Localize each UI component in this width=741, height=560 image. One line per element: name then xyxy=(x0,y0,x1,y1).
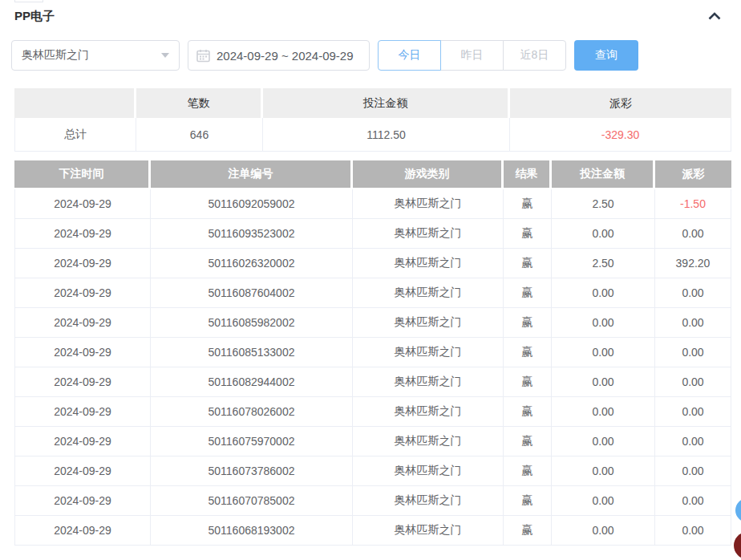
summary-table: 笔数 投注金额 派彩 总计 646 1112.50 -329.30 xyxy=(14,88,731,152)
fab-blue-button[interactable] xyxy=(735,498,741,522)
cell-result: 赢 xyxy=(504,427,552,457)
game-select-value: 奥林匹斯之门 xyxy=(22,48,89,63)
cell-order-no: 50116068193002 xyxy=(151,516,353,546)
search-button[interactable]: 查询 xyxy=(574,40,638,71)
cell-bet-time: 2024-09-29 xyxy=(14,367,151,397)
summary-total-payout: -329.30 xyxy=(510,118,731,152)
summary-header-row: 笔数 投注金额 派彩 xyxy=(14,88,731,118)
panel-header: PP电子 xyxy=(14,6,731,26)
cell-bet-amount: 0.00 xyxy=(552,308,655,338)
page-title: PP电子 xyxy=(14,9,55,24)
cell-order-no: 50116085133002 xyxy=(151,338,353,367)
cell-game-category: 奥林匹斯之门 xyxy=(353,219,504,249)
cell-payout: 0.00 xyxy=(655,427,731,457)
cell-order-no: 50116026320002 xyxy=(151,249,353,278)
cell-order-no: 50116082944002 xyxy=(151,367,353,397)
cell-result: 赢 xyxy=(504,457,552,486)
date-range-picker[interactable]: 2024-09-29 ~ 2024-09-29 xyxy=(188,40,370,71)
today-button[interactable]: 今日 xyxy=(378,40,441,71)
cell-bet-time: 2024-09-29 xyxy=(14,516,151,546)
filter-bar: 奥林匹斯之门 2024-09-29 ~ 2024-09-29 今日 昨日 近8日… xyxy=(11,40,638,71)
table-row: 2024-09-29 50116075970002 奥林匹斯之门 赢 0.00 … xyxy=(14,427,731,457)
cell-order-no: 50116075970002 xyxy=(151,427,353,457)
cell-payout: 0.00 xyxy=(655,516,731,546)
cell-payout: -1.50 xyxy=(655,189,731,219)
cell-order-no: 50116073786002 xyxy=(151,457,353,486)
bets-header-row: 下注时间 注单编号 游戏类别 结果 投注金额 派彩 xyxy=(14,160,731,189)
yesterday-button[interactable]: 昨日 xyxy=(440,40,504,71)
cell-bet-time: 2024-09-29 xyxy=(14,308,151,338)
cell-result: 赢 xyxy=(504,486,552,516)
cell-payout: 0.00 xyxy=(655,278,731,308)
cell-game-category: 奥林匹斯之门 xyxy=(353,367,504,397)
table-row: 2024-09-29 50116082944002 奥林匹斯之门 赢 0.00 … xyxy=(14,367,731,397)
cell-bet-amount: 0.00 xyxy=(552,457,655,486)
cell-bet-time: 2024-09-29 xyxy=(14,427,151,457)
last-8-days-button[interactable]: 近8日 xyxy=(503,40,566,71)
cell-game-category: 奥林匹斯之门 xyxy=(353,397,504,427)
table-row: 2024-09-29 50116085133002 奥林匹斯之门 赢 0.00 … xyxy=(14,338,731,367)
fab-red-button[interactable] xyxy=(734,532,741,559)
table-row: 2024-09-29 50116073786002 奥林匹斯之门 赢 0.00 … xyxy=(14,457,731,486)
summary-total-label: 总计 xyxy=(14,118,136,152)
tab-remnant xyxy=(14,0,43,2)
cell-result: 赢 xyxy=(504,397,552,427)
header-result: 结果 xyxy=(504,160,552,189)
summary-total-row: 总计 646 1112.50 -329.30 xyxy=(14,118,731,152)
cell-order-no: 50116087604002 xyxy=(151,278,353,308)
header-payout: 派彩 xyxy=(655,160,731,189)
date-quick-buttons: 今日 昨日 近8日 xyxy=(378,40,566,71)
summary-total-count: 646 xyxy=(136,118,263,152)
cell-game-category: 奥林匹斯之门 xyxy=(353,278,504,308)
cell-bet-time: 2024-09-29 xyxy=(14,189,151,219)
pp-games-panel: PP电子 奥林匹斯之门 2024-09-29 ~ 2024-09-29 今日 昨… xyxy=(0,0,741,560)
cell-result: 赢 xyxy=(504,219,552,249)
table-row: 2024-09-29 50116092059002 奥林匹斯之门 赢 2.50 … xyxy=(14,189,731,219)
cell-bet-time: 2024-09-29 xyxy=(14,278,151,308)
cell-bet-amount: 0.00 xyxy=(552,367,655,397)
summary-header-payout: 派彩 xyxy=(510,88,731,118)
date-range-value: 2024-09-29 ~ 2024-09-29 xyxy=(217,49,354,63)
cell-bet-amount: 2.50 xyxy=(552,249,655,278)
cell-game-category: 奥林匹斯之门 xyxy=(353,427,504,457)
header-bet-amount: 投注金额 xyxy=(552,160,655,189)
cell-bet-time: 2024-09-29 xyxy=(14,219,151,249)
cell-order-no: 50116070785002 xyxy=(151,486,353,516)
bets-table: 下注时间 注单编号 游戏类别 结果 投注金额 派彩 2024-09-29 501… xyxy=(14,160,731,546)
cell-game-category: 奥林匹斯之门 xyxy=(353,249,504,278)
cell-bet-amount: 0.00 xyxy=(552,516,655,546)
cell-result: 赢 xyxy=(504,367,552,397)
cell-bet-amount: 0.00 xyxy=(552,397,655,427)
table-row: 2024-09-29 50116026320002 奥林匹斯之门 赢 2.50 … xyxy=(14,249,731,278)
cell-game-category: 奥林匹斯之门 xyxy=(353,516,504,546)
cell-payout: 0.00 xyxy=(655,338,731,367)
table-row: 2024-09-29 50116068193002 奥林匹斯之门 赢 0.00 … xyxy=(14,516,731,546)
cell-bet-amount: 0.00 xyxy=(552,219,655,249)
table-row: 2024-09-29 50116078026002 奥林匹斯之门 赢 0.00 … xyxy=(14,397,731,427)
cell-bet-time: 2024-09-29 xyxy=(14,457,151,486)
cell-bet-amount: 0.00 xyxy=(552,278,655,308)
cell-payout: 0.00 xyxy=(655,457,731,486)
header-bet-time: 下注时间 xyxy=(14,160,151,189)
cell-payout: 0.00 xyxy=(655,486,731,516)
cell-order-no: 50116078026002 xyxy=(151,397,353,427)
cell-payout: 0.00 xyxy=(655,219,731,249)
cell-bet-amount: 2.50 xyxy=(552,189,655,219)
cell-result: 赢 xyxy=(504,308,552,338)
header-order-no: 注单编号 xyxy=(151,160,353,189)
game-select[interactable]: 奥林匹斯之门 xyxy=(11,40,180,71)
table-row: 2024-09-29 50116087604002 奥林匹斯之门 赢 0.00 … xyxy=(14,278,731,308)
cell-payout: 392.20 xyxy=(655,249,731,278)
chevron-up-icon[interactable] xyxy=(704,8,725,24)
table-row: 2024-09-29 50116093523002 奥林匹斯之门 赢 0.00 … xyxy=(14,219,731,249)
cell-bet-amount: 0.00 xyxy=(552,338,655,367)
cell-payout: 0.00 xyxy=(655,308,731,338)
cell-game-category: 奥林匹斯之门 xyxy=(353,308,504,338)
cell-game-category: 奥林匹斯之门 xyxy=(353,189,504,219)
cell-order-no: 50116093523002 xyxy=(151,219,353,249)
summary-total-bet-amount: 1112.50 xyxy=(263,118,510,152)
summary-header-bet-amount: 投注金额 xyxy=(263,88,510,118)
cell-bet-time: 2024-09-29 xyxy=(14,486,151,516)
cell-result: 赢 xyxy=(504,338,552,367)
cell-payout: 0.00 xyxy=(655,367,731,397)
